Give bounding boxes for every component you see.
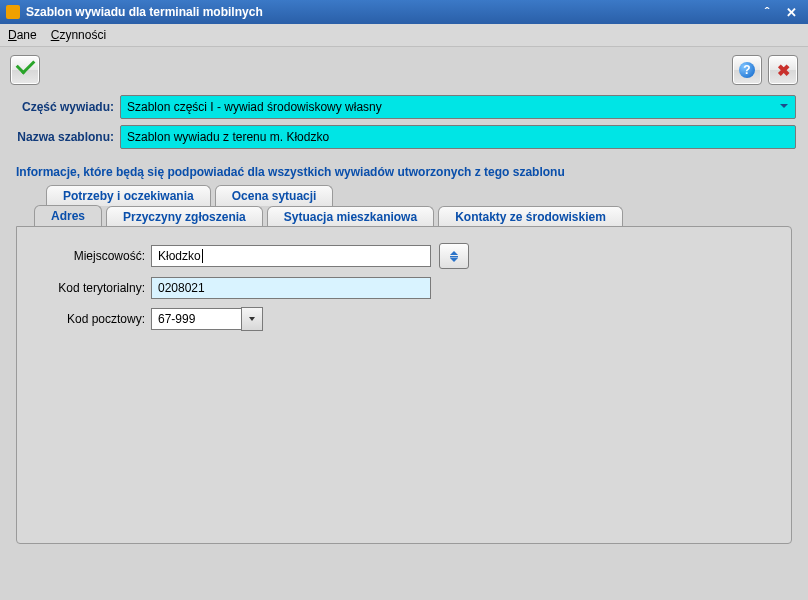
- miejscowosc-input[interactable]: Kłodzko: [151, 245, 431, 267]
- kod-poczt-dropdown-button[interactable]: [241, 307, 263, 331]
- czesc-wywiadu-value: Szablon części I - wywiad środowiskowy w…: [127, 100, 382, 114]
- menu-czynnosci[interactable]: Czynności: [51, 28, 106, 42]
- window-title: Szablon wywiadu dla terminali mobilnych: [26, 5, 754, 19]
- kod-poczt-label: Kod pocztowy:: [35, 312, 151, 326]
- nazwa-szablonu-label: Nazwa szablonu:: [12, 130, 120, 144]
- titlebar[interactable]: Szablon wywiadu dla terminali mobilnych …: [0, 0, 808, 24]
- tab-adres[interactable]: Adres: [34, 205, 102, 227]
- czesc-wywiadu-label: Część wywiadu:: [12, 100, 120, 114]
- miejscowosc-label: Miejscowość:: [35, 249, 151, 263]
- accept-button[interactable]: [10, 55, 40, 85]
- tab-sytuacja[interactable]: Sytuacja mieszkaniowa: [267, 206, 434, 227]
- kod-poczt-combo[interactable]: [151, 307, 263, 331]
- check-icon: [17, 62, 33, 78]
- tab-potrzeby[interactable]: Potrzeby i oczekiwania: [46, 185, 211, 206]
- close-button[interactable]: ✕: [780, 4, 802, 20]
- svg-rect-0: [450, 256, 458, 258]
- cancel-button[interactable]: ✖: [768, 55, 798, 85]
- miejscowosc-value: Kłodzko: [158, 249, 201, 263]
- tab-ocena[interactable]: Ocena sytuacji: [215, 185, 334, 206]
- window: Szablon wywiadu dla terminali mobilnych …: [0, 0, 808, 600]
- x-icon: ✖: [777, 61, 790, 80]
- app-icon: [6, 5, 20, 19]
- nazwa-szablonu-value: Szablon wywiadu z terenu m. Kłodzko: [127, 130, 329, 144]
- czesc-wywiadu-select[interactable]: Szablon części I - wywiad środowiskowy w…: [120, 95, 796, 119]
- menubar: Dane Czynności: [0, 24, 808, 47]
- tabs: Potrzeby i oczekiwania Ocena sytuacji Ad…: [16, 185, 792, 545]
- tab-przyczyny[interactable]: Przyczyny zgłoszenia: [106, 206, 263, 227]
- miejscowosc-row: Miejscowość: Kłodzko: [35, 243, 773, 269]
- tab-row-front: Adres Przyczyny zgłoszenia Sytuacja mies…: [16, 205, 792, 227]
- kod-teryt-row: Kod terytorialny:: [35, 277, 773, 299]
- czesc-wywiadu-row: Część wywiadu: Szablon części I - wywiad…: [12, 95, 796, 119]
- section-title: Informacje, które będą się podpowiadać d…: [12, 155, 796, 185]
- tab-panel-adres: Miejscowość: Kłodzko Kod terytorialny:: [16, 226, 792, 544]
- help-icon: ?: [739, 62, 755, 78]
- dropdown-icon: [779, 100, 789, 114]
- kod-poczt-row: Kod pocztowy:: [35, 307, 773, 331]
- nazwa-szablonu-row: Nazwa szablonu: Szablon wywiadu z terenu…: [12, 125, 796, 149]
- chevron-up-icon: ˆ: [765, 5, 769, 20]
- chevron-down-icon: [248, 315, 256, 323]
- kod-teryt-input: [151, 277, 431, 299]
- nazwa-szablonu-input[interactable]: Szablon wywiadu z terenu m. Kłodzko: [120, 125, 796, 149]
- kod-teryt-label: Kod terytorialny:: [35, 281, 151, 295]
- header-form: Część wywiadu: Szablon części I - wywiad…: [0, 93, 808, 557]
- text-caret-icon: [202, 249, 203, 263]
- minimize-button[interactable]: ˆ: [756, 4, 778, 20]
- toolbar: ? ✖: [0, 47, 808, 93]
- help-button[interactable]: ?: [732, 55, 762, 85]
- tab-row-back: Potrzeby i oczekiwania Ocena sytuacji: [16, 185, 792, 206]
- close-icon: ✕: [786, 5, 797, 20]
- lookup-icon: [447, 249, 461, 263]
- miejscowosc-lookup-button[interactable]: [439, 243, 469, 269]
- kod-poczt-input[interactable]: [151, 308, 241, 330]
- tab-kontakty[interactable]: Kontakty ze środowiskiem: [438, 206, 623, 227]
- menu-dane[interactable]: Dane: [8, 28, 37, 42]
